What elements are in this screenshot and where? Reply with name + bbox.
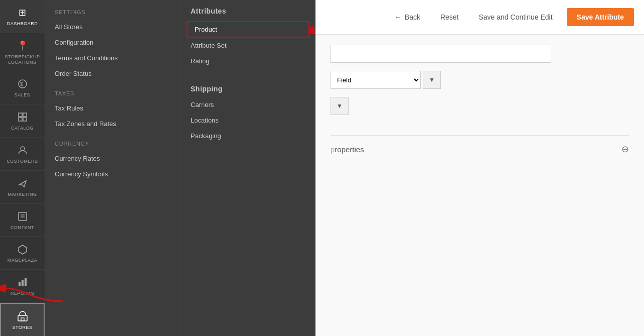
properties-label: properties: [331, 145, 364, 154]
submenu-configuration[interactable]: Configuration: [45, 35, 180, 50]
submenu-panel: Settings All Stores Configuration Terms …: [45, 0, 180, 336]
second-dropdown-row: ▼: [331, 97, 629, 115]
sidebar-label-stores: STORES: [13, 325, 33, 330]
reset-button[interactable]: Reset: [434, 9, 465, 25]
submenu-tax-rules[interactable]: Tax Rules: [45, 100, 180, 116]
main-body: Field ▼ ▼ properties ⊖: [315, 35, 644, 336]
field-select[interactable]: Field: [331, 71, 421, 89]
main-content: ← Back Reset Save and Continue Edit Save…: [315, 0, 644, 336]
storepickup-icon: 📍: [16, 39, 29, 52]
svg-rect-2: [19, 113, 22, 117]
reports-icon: [16, 276, 29, 289]
second-dropdown-arrow-icon: ▼: [337, 102, 343, 109]
settings-section-title: Settings: [45, 0, 180, 19]
svg-text:$: $: [20, 81, 23, 87]
sidebar-item-customers[interactable]: CUSTOMERS: [0, 138, 45, 171]
svg-rect-3: [23, 113, 27, 117]
customers-icon: [16, 144, 29, 157]
sidebar-label-content: CONTENT: [11, 225, 34, 231]
attributes-item-attribute-set[interactable]: Attribute Set: [181, 38, 315, 53]
sidebar-item-mageplaza[interactable]: MAGEPLAZA: [0, 237, 45, 270]
save-continue-button[interactable]: Save and Continue Edit: [473, 9, 559, 25]
sidebar-label-sales: SALES: [15, 92, 31, 98]
stores-icon: [16, 310, 29, 323]
attributes-item-locations[interactable]: Locations: [181, 113, 315, 128]
icon-sidebar: ⊞ DASHBOARD 📍 STOREPICKUP LOCATIONS $ SA…: [0, 0, 45, 336]
submenu-currency-rates[interactable]: Currency Rates: [45, 151, 180, 166]
sidebar-item-content[interactable]: CONTENT: [0, 204, 45, 237]
svg-rect-11: [19, 282, 21, 286]
sidebar-item-sales[interactable]: $ SALES: [0, 71, 45, 104]
taxes-section-title: Taxes: [45, 81, 180, 100]
sidebar-label-storepickup: STOREPICKUP LOCATIONS: [2, 54, 43, 65]
second-dropdown-btn[interactable]: ▼: [331, 97, 349, 115]
field-select-row: Field ▼: [331, 71, 629, 89]
sidebar-label-mageplaza: MAGEPLAZA: [8, 258, 38, 263]
back-arrow-icon: ←: [395, 13, 402, 21]
submenu-order-status[interactable]: Order Status: [45, 66, 180, 81]
submenu-terms[interactable]: Terms and Conditions: [45, 50, 180, 66]
mageplaza-icon: [16, 243, 29, 256]
back-button[interactable]: ← Back: [389, 9, 426, 25]
attributes-panel: Attributes Product Attribute Set Rating …: [180, 0, 315, 336]
attribute-text-input[interactable]: [331, 45, 551, 63]
attributes-item-packaging[interactable]: Packaging: [181, 128, 315, 144]
svg-rect-7: [19, 212, 27, 220]
submenu-all-stores[interactable]: All Stores: [45, 19, 180, 35]
sidebar-item-stores[interactable]: STORES: [0, 303, 45, 336]
svg-rect-13: [25, 278, 27, 286]
red-arrow-product: [309, 19, 315, 44]
sidebar-label-dashboard: DASHBOARD: [7, 21, 38, 27]
submenu-currency-symbols[interactable]: Currency Symbols: [45, 166, 180, 182]
chevron-down-icon: ⊖: [621, 144, 629, 155]
sales-icon: $: [16, 77, 29, 90]
svg-rect-4: [19, 118, 22, 121]
svg-point-6: [21, 147, 25, 151]
shipping-section-title: Shipping: [181, 79, 315, 97]
marketing-icon: [16, 177, 29, 190]
save-attribute-button[interactable]: Save Attribute: [567, 8, 634, 26]
main-header: ← Back Reset Save and Continue Edit Save…: [315, 0, 644, 35]
field-dropdown-btn[interactable]: ▼: [423, 71, 441, 89]
sidebar-item-storepickup[interactable]: 📍 STOREPICKUP LOCATIONS: [0, 33, 45, 72]
dropdown-arrow-icon: ▼: [429, 76, 435, 83]
save-continue-label: Save and Continue Edit: [479, 13, 553, 21]
sidebar-item-dashboard[interactable]: ⊞ DASHBOARD: [0, 0, 45, 33]
sidebar-label-reports: REPORTS: [11, 291, 34, 296]
attributes-item-rating[interactable]: Rating: [181, 53, 315, 69]
attributes-item-carriers[interactable]: Carriers: [181, 97, 315, 113]
currency-section-title: Currency: [45, 132, 180, 151]
sidebar-label-catalog: CATALOG: [11, 126, 34, 131]
reset-label: Reset: [440, 13, 459, 21]
sidebar-item-catalog[interactable]: CATALOG: [0, 104, 45, 138]
attributes-item-product[interactable]: Product: [187, 21, 309, 38]
svg-rect-12: [22, 280, 24, 286]
sidebar-label-customers: CUSTOMERS: [7, 159, 38, 164]
svg-rect-15: [21, 318, 24, 321]
svg-marker-10: [19, 245, 27, 254]
sidebar-item-marketing[interactable]: MARKETING: [0, 171, 45, 204]
svg-rect-5: [23, 118, 27, 121]
submenu-tax-zones[interactable]: Tax Zones and Rates: [45, 116, 180, 132]
sidebar-label-marketing: MARKETING: [8, 192, 37, 197]
content-icon: [16, 210, 29, 223]
catalog-icon: [16, 110, 29, 124]
attributes-section-title: Attributes: [181, 0, 315, 19]
dashboard-icon: ⊞: [16, 6, 29, 19]
sidebar-item-reports[interactable]: REPORTS: [0, 270, 45, 303]
text-input-row: [331, 45, 629, 63]
save-attribute-label: Save Attribute: [577, 13, 624, 21]
properties-section[interactable]: properties ⊖: [331, 135, 629, 163]
back-label: Back: [405, 13, 420, 21]
